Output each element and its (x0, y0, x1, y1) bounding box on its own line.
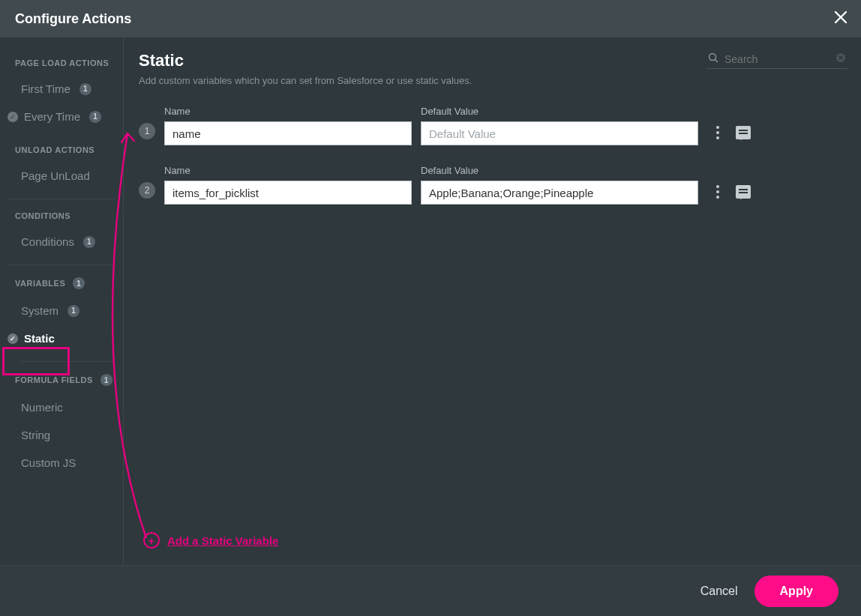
page-title: Static (139, 51, 472, 70)
row-number: 2 (139, 182, 155, 199)
divider (21, 361, 116, 362)
sidebar-item-string[interactable]: String (0, 421, 123, 449)
sidebar-item-label: Static (24, 332, 55, 345)
search-wrap (706, 51, 848, 69)
comment-icon[interactable] (736, 185, 751, 199)
sidebar-item-label: First Time (21, 82, 70, 95)
dialog-title: Configure Actions (15, 11, 131, 27)
sidebar-item-every-time[interactable]: ✓ Every Time 1 (0, 103, 123, 130)
sidebar-item-label: Custom JS (21, 456, 76, 469)
sidebar-header-label: FORMULA FIELDS (15, 375, 93, 384)
search-icon (708, 52, 718, 65)
row-menu-icon[interactable] (713, 123, 722, 142)
sidebar-header-page-load: PAGE LOAD ACTIONS (0, 52, 123, 75)
name-input[interactable] (164, 181, 412, 205)
name-label: Name (164, 165, 412, 176)
count-badge: 1 (73, 277, 85, 289)
default-value-label: Default Value (421, 106, 698, 117)
footer: Cancel Apply (0, 565, 861, 616)
sidebar-item-static[interactable]: ✓ Static (0, 324, 123, 352)
sidebar-header-conditions: CONDITIONS (0, 205, 123, 228)
default-value-input[interactable] (421, 181, 698, 205)
sidebar-header-label: VARIABLES (15, 279, 65, 288)
svg-point-0 (710, 54, 716, 61)
cancel-button[interactable]: Cancel (700, 585, 738, 598)
sidebar-item-page-unload[interactable]: Page UnLoad (0, 162, 123, 190)
divider (8, 265, 116, 265)
variable-row: 1 Name Default Value (139, 106, 848, 145)
count-badge: 1 (80, 83, 92, 95)
plus-icon: + (143, 532, 160, 549)
row-menu-icon[interactable] (713, 182, 722, 202)
sidebar-item-label: System (21, 304, 58, 317)
sidebar-item-system[interactable]: System 1 (0, 297, 123, 324)
sidebar-item-label: Page UnLoad (21, 169, 90, 182)
sidebar-item-label: Conditions (21, 235, 74, 248)
sidebar-item-first-time[interactable]: First Time 1 (0, 75, 123, 103)
sidebar: PAGE LOAD ACTIONS First Time 1 ✓ Every T… (0, 37, 124, 565)
name-input[interactable] (164, 121, 412, 145)
check-icon: ✓ (8, 333, 18, 344)
sidebar-item-label: Numeric (21, 401, 63, 414)
close-icon[interactable] (834, 10, 848, 28)
count-badge: 1 (83, 236, 95, 248)
default-value-label: Default Value (421, 165, 698, 176)
sidebar-header-formula: FORMULA FIELDS 1 (0, 368, 123, 393)
search-input[interactable] (724, 53, 830, 65)
name-label: Name (164, 106, 412, 117)
count-badge: 1 (89, 111, 101, 123)
add-label: Add a Static Variable (167, 534, 278, 547)
svg-line-1 (716, 60, 718, 63)
check-icon: ✓ (8, 112, 18, 122)
row-number: 1 (139, 123, 155, 139)
count-badge: 1 (68, 305, 80, 317)
sidebar-header-variables: VARIABLES 1 (0, 271, 123, 297)
main-panel: Static Add custom variables which you ca… (124, 37, 861, 565)
page-subtitle: Add custom variables which you can set f… (139, 75, 472, 86)
default-value-input[interactable] (421, 121, 698, 145)
divider (8, 199, 116, 199)
add-static-variable-button[interactable]: + Add a Static Variable (139, 532, 848, 549)
comment-icon[interactable] (736, 126, 751, 139)
apply-button[interactable]: Apply (754, 576, 838, 607)
sidebar-item-conditions[interactable]: Conditions 1 (0, 228, 123, 256)
count-badge: 1 (100, 374, 112, 386)
sidebar-item-numeric[interactable]: Numeric (0, 393, 123, 421)
clear-search-icon[interactable] (836, 52, 846, 65)
titlebar: Configure Actions (0, 0, 861, 37)
sidebar-item-label: Every Time (24, 110, 80, 123)
sidebar-header-unload: UNLOAD ACTIONS (0, 139, 123, 162)
variable-row: 2 Name Default Value (139, 165, 848, 205)
sidebar-item-label: String (21, 429, 50, 441)
sidebar-item-custom-js[interactable]: Custom JS (0, 449, 123, 477)
